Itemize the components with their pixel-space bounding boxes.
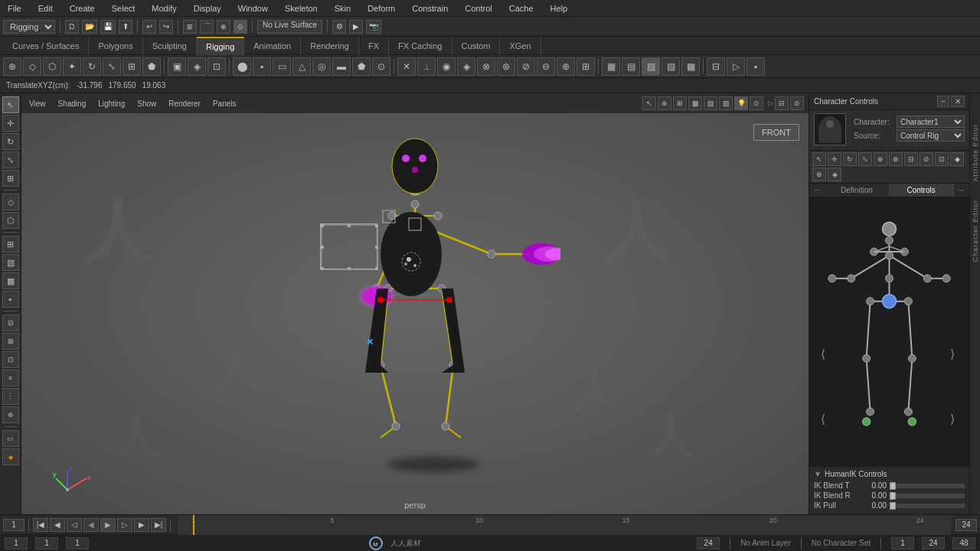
vp-menu-panels[interactable]: Panels [210,98,240,109]
skin-btn[interactable]: ◉ [437,57,456,76]
vp-menu-lighting[interactable]: Lighting [95,98,128,109]
ik-pull-slider[interactable] [890,504,965,508]
ctrl-btn[interactable]: ◈ [457,57,475,76]
menu-file[interactable]: File [5,2,24,15]
mask-btn[interactable]: ▦ [602,57,620,76]
menu-control[interactable]: Control [462,2,495,15]
play-fwd-btn[interactable]: ▶ [100,518,116,532]
new-scene-btn[interactable]: 🗋 [65,20,79,34]
vp-camera-btn[interactable]: ⊕ [658,96,671,110]
import-btn[interactable]: ⬆ [119,20,132,34]
cluster-btn[interactable]: ⊕ [557,57,575,76]
char-controls-close[interactable]: ✕ [951,96,965,107]
texture-display[interactable]: ▪ [2,291,19,308]
cone-btn[interactable]: △ [292,57,311,76]
open-btn[interactable]: 📂 [82,20,97,34]
cc-extra1-icon[interactable]: ⊛ [812,168,826,181]
play-back-btn[interactable]: ◀ [83,518,99,532]
attr-editor-label[interactable]: Attribute Editor [972,124,979,182]
display-btn-5[interactable]: ⋮ [2,388,19,405]
status-frame3[interactable] [66,537,89,549]
undo-btn[interactable]: ↩ [142,20,156,34]
show-manip-btn[interactable]: ▣ [168,57,186,76]
menu-constrain[interactable]: Constrain [409,2,451,15]
menu-window[interactable]: Window [235,2,271,15]
tab-fx[interactable]: FX [359,37,389,55]
cc-reset-icon[interactable]: ⊘ [920,152,933,166]
menu-cache[interactable]: Cache [506,2,537,15]
display-btn-2[interactable]: ⊠ [2,333,19,350]
snap-grid-btn[interactable]: ⊞ [183,20,197,34]
display-btn-3[interactable]: ⊡ [2,351,19,368]
range-start-field[interactable]: 1 [3,519,24,531]
quick-layout-btn[interactable]: ▭ [2,430,19,447]
multi-btn[interactable]: ▤ [622,57,640,76]
resolution-btn[interactable]: ▪ [746,57,765,76]
menu-help[interactable]: Help [547,2,571,15]
snap-btn[interactable]: ⊡ [207,57,226,76]
lattice-btn[interactable]: ⊞ [577,57,595,76]
cc-scale-icon[interactable]: ⤡ [858,152,872,166]
select-icon-btn[interactable]: ⊕ [3,57,21,76]
display-btn-1[interactable]: ⊟ [2,315,19,331]
move-icon-btn[interactable]: ✦ [63,57,81,76]
move-tool[interactable]: ✛ [2,115,19,132]
lasso-tool[interactable]: ◇ [2,194,19,210]
character-select[interactable]: Character1 [897,116,965,128]
snap-point-btn[interactable]: ⊕ [217,20,230,34]
vp-wire-btn[interactable]: ▧ [704,96,717,110]
prev-frame-btn[interactable]: ◀ [50,518,65,532]
tab-custom[interactable]: Custom [452,37,501,55]
snap-curve-btn[interactable]: ⌒ [200,20,214,34]
wireframe-display[interactable]: ▧ [2,254,19,271]
menu-skin[interactable]: Skin [332,2,354,15]
rotate-icon-btn[interactable]: ↻ [83,57,101,76]
tab-sculpting[interactable]: Sculpting [143,37,197,55]
cc-tab-left-dots[interactable]: ··· [809,184,825,197]
muscle-btn[interactable]: ⊛ [497,57,515,76]
vp-menu-shading[interactable]: Shading [55,98,90,109]
scale-tool[interactable]: ⤡ [2,152,19,168]
source-select[interactable]: Control Rig [897,129,965,142]
joint-btn[interactable]: ✕ [397,57,416,76]
end-frame-field[interactable]: 24 [697,537,720,549]
blend-btn[interactable]: ⊖ [537,57,555,76]
range-end-field[interactable]: 24 [956,519,977,531]
wire-btn[interactable]: ▧ [662,57,680,76]
menu-select[interactable]: Select [109,2,139,15]
menu-skeleton[interactable]: Skeleton [282,2,321,15]
torus-btn[interactable]: ◎ [312,57,331,76]
lasso-icon-btn[interactable]: ◇ [23,57,41,76]
vp-full-btn[interactable]: ⊟ [775,96,789,110]
go-start-btn[interactable]: |◀ [33,518,48,532]
menu-display[interactable]: Display [191,2,224,15]
tab-polygons[interactable]: Polygons [89,37,142,55]
vp-menu-show[interactable]: Show [134,98,159,109]
prev-key-btn[interactable]: ◁ [67,518,82,532]
nurbs-btn[interactable]: ⊙ [372,57,390,76]
next-key-btn[interactable]: ▷ [117,518,132,532]
char-controls-expand[interactable]: − [937,96,949,107]
vp-shaded-btn[interactable]: ▩ [688,96,702,110]
playhead[interactable] [193,515,194,535]
display-btn-6[interactable]: ⊕ [2,406,19,423]
menu-edit[interactable]: Edit [35,2,56,15]
paint-tool[interactable]: ⬡ [2,212,19,229]
shade-btn[interactable]: ▩ [681,57,700,76]
cc-key-icon[interactable]: ◆ [950,152,964,166]
tab-xgen[interactable]: XGen [500,37,541,55]
deform-btn[interactable]: ⊘ [517,57,535,76]
tab-curves-surfaces[interactable]: Curves / Surfaces [3,37,89,55]
vp-shadow-btn[interactable]: ⊙ [750,96,763,110]
menu-create[interactable]: Create [67,2,98,15]
humanik-header[interactable]: ▼ HumanIK Controls [814,470,965,478]
status-field-end[interactable] [922,537,945,549]
grid-display[interactable]: ⊞ [2,236,19,253]
vp-grid-btn[interactable]: ⊞ [673,96,687,110]
save-btn[interactable]: 💾 [100,20,116,34]
sphere-btn[interactable]: ⬤ [233,57,251,76]
ik-blend-t-slider[interactable] [890,484,965,488]
menu-deform[interactable]: Deform [364,2,398,15]
camera-btn[interactable]: ▷ [727,57,745,76]
attribute-editor-btn[interactable]: ◆ [2,448,19,465]
